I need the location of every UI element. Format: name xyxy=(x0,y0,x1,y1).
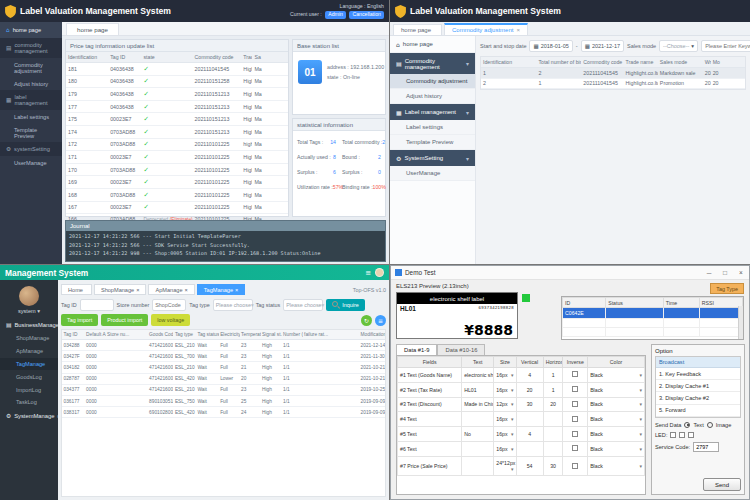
minimize-button[interactable]: ─ xyxy=(701,266,717,280)
columns-icon[interactable]: ≡ xyxy=(375,315,386,326)
sidebar-group-commodity[interactable]: ▤Commodity management▾ xyxy=(390,53,475,74)
size-select[interactable]: 12px xyxy=(494,397,516,412)
table-row[interactable]: 170 0703AD88 ✓ 202110101225 Highlight.co… xyxy=(66,163,288,176)
tab[interactable]: home page xyxy=(393,24,442,35)
date-to-input[interactable]: ▦2021-12-17 xyxy=(581,40,624,52)
size-select[interactable]: 16px xyxy=(494,368,516,383)
sidebar-item[interactable]: Template Preview xyxy=(0,123,62,142)
sidebar-item[interactable]: ShopManage xyxy=(0,332,58,345)
station-id-badge[interactable]: 01 xyxy=(298,60,322,84)
refresh-icon[interactable]: ↻ xyxy=(361,315,372,326)
size-select[interactable]: 16px xyxy=(494,412,516,427)
tag-status-select[interactable]: Please choose▾ xyxy=(283,299,323,311)
sidebar-group-system[interactable]: ⚙SystemManage▸ xyxy=(0,409,58,423)
tab-home-page[interactable]: home page xyxy=(66,23,119,35)
color-select[interactable]: Black xyxy=(588,382,645,397)
inverse-checkbox[interactable] xyxy=(572,431,578,437)
tag-import-button[interactable]: Tag import xyxy=(61,314,98,326)
sidebar-group-commodity[interactable]: ▤commodity management xyxy=(0,38,62,58)
inverse-checkbox[interactable] xyxy=(572,371,578,377)
inverse-checkbox[interactable] xyxy=(572,416,578,422)
color-select[interactable]: Black xyxy=(588,456,645,476)
sidebar-item[interactable]: Commodity adjustment xyxy=(0,58,62,77)
inquire-button[interactable]: Inquire xyxy=(326,299,364,311)
broadcast-item[interactable]: 1. Key Feedback xyxy=(656,368,740,380)
close-button[interactable]: × xyxy=(733,266,749,280)
low-voltage-button[interactable]: low voltage xyxy=(151,314,190,326)
size-select[interactable]: 16px xyxy=(494,441,516,456)
keyword-search-input[interactable] xyxy=(701,40,750,52)
inverse-checkbox[interactable] xyxy=(572,463,578,469)
table-row[interactable]: 168 0703AD88 ✓ 202110101225 Highlight Ma xyxy=(66,188,288,201)
inverse-checkbox[interactable] xyxy=(572,445,578,451)
field-row[interactable]: #5 Text No 16px 4 Black xyxy=(398,427,645,442)
broadcast-item[interactable]: 3. Display Cache #2 xyxy=(656,392,740,404)
size-select[interactable]: 16px xyxy=(494,427,516,442)
logout-button[interactable]: Cancellation xyxy=(349,11,384,19)
inverse-checkbox[interactable] xyxy=(572,386,578,392)
table-row[interactable]: 175 00023E7 ✓ 202110151213 Highlight.co.… xyxy=(66,113,288,126)
sidebar-group-label[interactable]: ▦label management xyxy=(0,90,62,110)
sidebar-group-system[interactable]: ⚙systemSetting xyxy=(0,142,62,156)
close-tab-icon[interactable]: × xyxy=(136,287,139,293)
inverse-checkbox[interactable] xyxy=(572,401,578,407)
sidebar-group-label[interactable]: ▦Label management▾ xyxy=(390,104,475,120)
send-button[interactable]: Send xyxy=(703,478,741,491)
sidebar-item[interactable]: GoodsLog xyxy=(0,370,58,383)
tag-type-button[interactable]: Tag Type xyxy=(710,283,744,294)
field-row[interactable]: #4 Text 16px Black xyxy=(398,412,645,427)
tab[interactable]: Commodity adjustment× xyxy=(444,23,528,35)
table-row[interactable]: 034182 0000 4714216000047 ESL_210 Wait F… xyxy=(62,362,385,373)
field-row[interactable]: #3 Text (Discount) Made in China 12px 30… xyxy=(398,397,645,412)
sidebar-item[interactable]: Adjust history xyxy=(390,89,475,104)
table-row[interactable]: 03427F 0000 4714216000047 ESL_700 Wait F… xyxy=(62,351,385,362)
sidebar-item[interactable]: TagManage xyxy=(0,358,58,371)
table-row[interactable]: 034288 0000 4714216000047 ESL_210 Wait F… xyxy=(62,340,385,351)
table-row[interactable]: 181 04036438 ✓ 202111041545 Highlight.co… xyxy=(66,63,288,76)
table-row[interactable]: 171 00023E7 ✓ 202110101225 Highlight.co.… xyxy=(66,151,288,164)
profile-avatar[interactable] xyxy=(19,286,39,306)
tab[interactable]: Home xyxy=(61,284,92,295)
color-select[interactable]: Black xyxy=(588,427,645,442)
table-row[interactable]: 028787 0000 4714216000047 ESL_420 Wait L… xyxy=(62,373,385,384)
sidebar-item[interactable]: UserManage xyxy=(390,166,475,181)
sidebar-item[interactable]: ImportLog xyxy=(0,383,58,396)
table-row[interactable]: 177 04036438 ✓ 202110151213 Highlight.co… xyxy=(66,100,288,113)
field-row[interactable]: #7 Price (Sale Price) 24*12px 54 30 Blac… xyxy=(398,456,645,476)
table-row[interactable]: 167 00023E7 ✓ 202110101225 Highlight Ma xyxy=(66,201,288,214)
sidebar-item-home[interactable]: ⌂home page xyxy=(0,22,62,38)
sidebar-item[interactable]: Template Preview xyxy=(390,135,475,150)
color-select[interactable]: Black xyxy=(588,441,645,456)
maximize-button[interactable]: □ xyxy=(717,266,733,280)
sidebar-item[interactable]: Label settings xyxy=(390,120,475,135)
sidebar-item[interactable]: Label settings xyxy=(0,110,62,123)
sales-mode-select[interactable]: --Choose--▾ xyxy=(659,40,698,52)
table-row[interactable]: 036177 0000 8901030510397 ESL_750 Wait F… xyxy=(62,395,385,406)
tag-type-select[interactable]: Please choose▾ xyxy=(213,299,253,311)
table-row[interactable]: 180 04036438 ✓ 202110151258 Highlight.co… xyxy=(66,75,288,88)
table-row[interactable]: 038317 0000 6901028000826 ESL_420 Wait F… xyxy=(62,407,385,418)
color-select[interactable]: Black xyxy=(588,368,645,383)
system-label[interactable]: system ▾ xyxy=(0,308,58,314)
tab[interactable]: ApManage× xyxy=(148,284,194,295)
store-number-input[interactable] xyxy=(152,299,186,311)
sidebar-item[interactable]: Adjust history xyxy=(0,77,62,90)
table-row[interactable]: 169 00023E7 ✓ 202110101225 Highlight Ma xyxy=(66,176,288,189)
led-checkbox-2[interactable] xyxy=(679,432,685,438)
led-checkbox-3[interactable] xyxy=(688,432,694,438)
sidebar-group-business[interactable]: ▤BusinessManage▾ xyxy=(0,318,58,332)
tab[interactable]: TagManage× xyxy=(197,284,246,295)
close-tab-icon[interactable]: × xyxy=(516,27,520,33)
table-row[interactable]: 172 0703AD88 ✓ 202110101225 highlight Ma xyxy=(66,138,288,151)
window-title-bar[interactable]: Demo Test ─ □ × xyxy=(391,266,749,280)
field-row[interactable]: #1 Text (Goods Name) electronic shelf la… xyxy=(398,368,645,383)
tag-id-input[interactable] xyxy=(80,299,114,311)
table-row[interactable]: 034377 0000 4714216000047 ESL_210 Wait F… xyxy=(62,384,385,395)
language-label[interactable]: Language : English xyxy=(290,3,384,11)
sidebar-item[interactable]: ApManage xyxy=(0,345,58,358)
table-row[interactable]: 174 0703AD88 ✓ 202110151213 Highlight.co… xyxy=(66,125,288,138)
device-row[interactable] xyxy=(563,327,743,336)
tab[interactable]: ShopManage× xyxy=(94,284,147,295)
sidebar-item-home[interactable]: ⌂home page xyxy=(390,36,475,53)
field-row[interactable]: #2 Text (Tax Rate) HL01 16px 20 1 Black xyxy=(398,382,645,397)
